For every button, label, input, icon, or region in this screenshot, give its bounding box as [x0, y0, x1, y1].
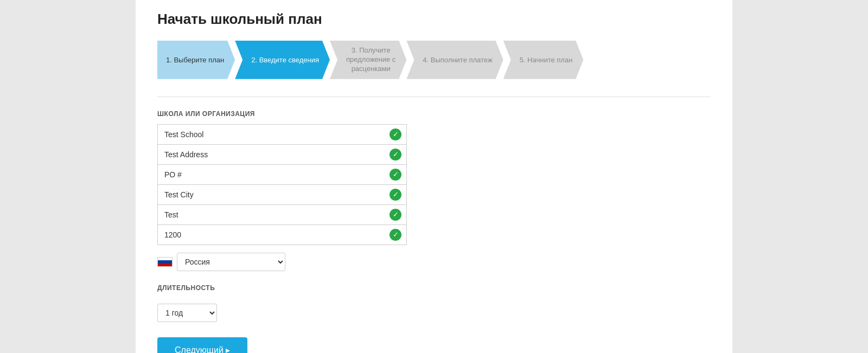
- address-row: ✓: [157, 144, 407, 164]
- flag-red-stripe: [158, 263, 172, 266]
- zip-input[interactable]: [158, 225, 388, 245]
- po-check: ✓: [388, 167, 403, 182]
- country-row: Россия США Германия Франция: [157, 253, 711, 271]
- stepper: 1. Выберите план 2. Введите сведения 3. …: [157, 41, 711, 79]
- address-check: ✓: [388, 147, 403, 162]
- check-circle-icon-5: ✓: [390, 209, 401, 221]
- step-5-label: 5. Начните план: [520, 56, 573, 64]
- po-row: ✓: [157, 164, 407, 184]
- step-2[interactable]: 2. Введите сведения: [235, 41, 330, 79]
- zip-check: ✓: [388, 227, 403, 242]
- city-check: ✓: [388, 187, 403, 202]
- school-name-check: ✓: [388, 127, 403, 142]
- check-circle-icon-3: ✓: [390, 169, 401, 181]
- step-1-label: 1. Выберите план: [166, 56, 224, 64]
- state-row: ✓: [157, 204, 407, 224]
- check-circle-icon-4: ✓: [390, 189, 401, 201]
- form-section-label: ШКОЛА ИЛИ ОРГАНИЗАЦИЯ: [157, 110, 711, 118]
- po-input[interactable]: [158, 165, 388, 184]
- step-2-label: 2. Введите сведения: [251, 56, 319, 64]
- zip-row: ✓: [157, 224, 407, 245]
- step-3: 3. Получите предложение с расценками: [330, 41, 406, 79]
- step-3-line2: предложение с: [346, 55, 395, 65]
- state-input[interactable]: [158, 205, 388, 224]
- next-button-label: Следующий ▸: [175, 345, 230, 353]
- state-check: ✓: [388, 207, 403, 222]
- duration-select[interactable]: 1 год 2 года 3 года: [157, 304, 217, 322]
- check-circle-icon: ✓: [390, 129, 401, 140]
- step-4: 4. Выполните платеж: [406, 41, 503, 79]
- city-input[interactable]: [158, 185, 388, 204]
- country-select[interactable]: Россия США Германия Франция: [177, 253, 285, 271]
- step-5: 5. Начните план: [503, 41, 584, 79]
- page-container: Начать школьный план 1. Выберите план 2.…: [136, 0, 732, 353]
- russia-flag-icon: [157, 257, 173, 267]
- divider: [157, 97, 711, 97]
- step-4-label: 4. Выполните платеж: [423, 56, 492, 64]
- duration-label: ДЛИТЕЛЬНОСТЬ: [157, 284, 711, 292]
- school-name-input[interactable]: [158, 125, 388, 144]
- next-button[interactable]: Следующий ▸: [157, 337, 247, 353]
- address-input[interactable]: [158, 145, 388, 164]
- step-3-line3: расценками: [352, 65, 391, 74]
- step-1[interactable]: 1. Выберите план: [157, 41, 235, 79]
- step-3-line1: 3. Получите: [352, 46, 391, 55]
- city-row: ✓: [157, 184, 407, 204]
- duration-section: ДЛИТЕЛЬНОСТЬ 1 год 2 года 3 года: [157, 284, 711, 322]
- check-circle-icon-2: ✓: [390, 149, 401, 161]
- school-form: ✓ ✓ ✓ ✓ ✓: [157, 124, 407, 245]
- page-title: Начать школьный план: [157, 11, 711, 28]
- check-circle-icon-6: ✓: [390, 229, 401, 241]
- school-name-row: ✓: [157, 124, 407, 144]
